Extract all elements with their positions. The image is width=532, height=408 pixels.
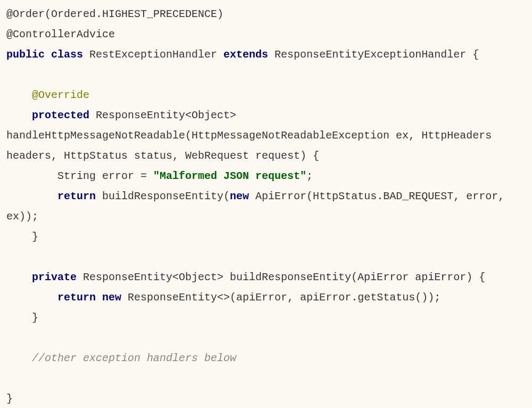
- keyword-public: public: [6, 48, 45, 61]
- code-block: @Order(Ordered.HIGHEST_PRECEDENCE) @Cont…: [6, 4, 526, 408]
- keyword-new: new: [102, 291, 121, 304]
- return-prefix: [6, 291, 57, 304]
- return-statement: buildResponseEntity(: [96, 190, 230, 202]
- keyword-return: return: [57, 190, 96, 202]
- annotation-override: @Override: [32, 89, 89, 101]
- code-line: @Order(Ordered.HIGHEST_PRECEDENCE): [6, 8, 223, 20]
- keyword-protected: protected: [32, 109, 89, 121]
- keyword-extends: extends: [223, 48, 268, 61]
- keyword-class: class: [51, 48, 83, 61]
- extends-clause: ResponseEntityExceptionHandler {: [268, 48, 479, 61]
- keyword-private: private: [32, 271, 77, 283]
- semicolon: ;: [306, 170, 313, 182]
- method-signature: ResponseEntity<Object> buildResponseEnti…: [77, 271, 485, 283]
- new-expression: ResponseEntity<>(apiError, apiError.getS…: [121, 291, 440, 304]
- close-brace: }: [6, 393, 13, 405]
- comment: //other exception handlers below: [32, 352, 236, 364]
- space: [96, 291, 102, 304]
- close-brace: }: [6, 231, 38, 243]
- string-literal: "Malformed JSON request": [153, 170, 306, 182]
- code-line: @ControllerAdvice: [6, 28, 115, 40]
- class-name: RestExceptionHandler: [83, 48, 223, 61]
- close-brace: }: [6, 312, 38, 324]
- keyword-return: return: [57, 291, 96, 304]
- keyword-new: new: [230, 190, 249, 202]
- string-declaration: String error =: [6, 170, 153, 182]
